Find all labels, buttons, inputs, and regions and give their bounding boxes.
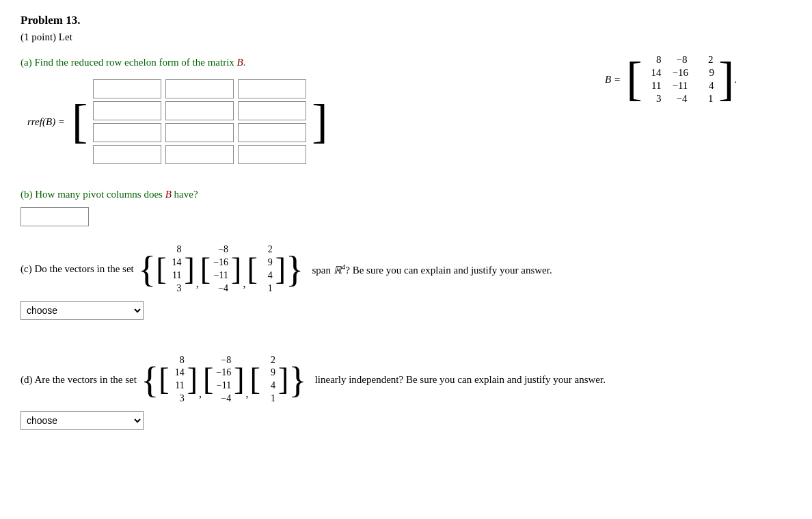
rref-input-2-3[interactable]: [238, 101, 306, 120]
comma-2: ,: [243, 278, 245, 295]
cell-2-3: 9: [699, 67, 714, 79]
part-d-choose-select[interactable]: choose Yes No: [21, 411, 144, 430]
problem-title: Problem 13.: [21, 14, 791, 27]
part-d-row: (d) Are the vectors in the set { [ 8 14 …: [21, 354, 791, 406]
part-b-var: B: [165, 189, 172, 200]
part-c-choose-select[interactable]: choose Yes No: [21, 301, 144, 320]
part-c-vector-3: [ 2 9 4 1 ]: [247, 243, 286, 295]
rref-input-4-3[interactable]: [238, 145, 306, 164]
rref-input-4-2[interactable]: [165, 145, 234, 164]
dv3-right-bracket: ]: [278, 364, 288, 395]
matrix-b-row-1: 8 −8 2: [646, 54, 714, 66]
part-d-label-prefix: (d) Are the vectors in the set: [21, 374, 137, 386]
matrix-b-bracket: [ 8 −8 2 14 −16 9 11 −11 4 3: [626, 51, 734, 107]
matrix-b-label: B =: [605, 74, 621, 85]
part-c-label-prefix: (c) Do the vectors in the set: [21, 263, 134, 275]
dv2-cell-3: −11: [216, 380, 231, 392]
dv1-cell-4: 3: [172, 392, 185, 405]
rref-input-2-1[interactable]: [93, 101, 161, 120]
rref-row-3: [93, 123, 306, 142]
v3-cell-4: 1: [260, 282, 273, 295]
dv3-left-bracket: [: [250, 364, 260, 395]
cell-3-3: 4: [699, 80, 714, 92]
part-c-vector-2: [ −8 −16 −11 −4 ]: [200, 243, 242, 295]
pivot-count-input[interactable]: [21, 207, 89, 226]
v1-cells: 8 14 11 3: [167, 243, 185, 295]
v3-cell-3: 4: [260, 269, 273, 282]
matrix-b-display: B = [ 8 −8 2 14 −16 9 11 −11 4: [605, 51, 737, 107]
cell-2-2: −16: [672, 67, 688, 79]
v2-cell-4: −4: [213, 282, 228, 295]
v3-right-bracket: ]: [275, 254, 286, 285]
v2-right-bracket: ]: [231, 254, 241, 285]
rref-input-1-3[interactable]: [238, 79, 306, 98]
part-d-section: (d) Are the vectors in the set { [ 8 14 …: [21, 354, 791, 451]
v1-cell-1: 8: [170, 243, 182, 256]
rref-row-4: [93, 145, 306, 164]
v2-cells: −8 −16 −11 −4: [211, 243, 231, 295]
rref-input-3-2[interactable]: [165, 123, 234, 142]
part-c-row: (c) Do the vectors in the set { [ 8 14 1…: [21, 243, 791, 295]
rref-input-4-1[interactable]: [93, 145, 161, 164]
matrix-b-rows: 8 −8 2 14 −16 9 11 −11 4 3 −4 1: [642, 51, 718, 107]
cell-4-1: 3: [646, 93, 661, 105]
cell-4-2: −4: [672, 93, 687, 105]
d-comma-2: ,: [246, 388, 249, 405]
v3-cells: 2 9 4 1: [258, 243, 275, 295]
part-c-span-text: span ℝ4? Be sure you can explain and jus…: [312, 263, 552, 276]
part-c-vector-1: [ 8 14 11 3 ]: [156, 243, 195, 295]
cell-3-1: 11: [646, 80, 661, 92]
part-c-section: (c) Do the vectors in the set { [ 8 14 1…: [21, 243, 791, 341]
left-curly-d: {: [141, 361, 159, 399]
matrix-b-row-2: 14 −16 9: [646, 67, 714, 79]
v2-cell-1: −8: [213, 243, 228, 256]
part-d-suffix-text: linearly independent? Be sure you can ex…: [315, 374, 606, 386]
right-curly-d: }: [288, 361, 306, 399]
rref-label: rref(B) =: [27, 116, 65, 128]
rref-input-1-1[interactable]: [93, 79, 161, 98]
part-b-label: (b) How many pivot columns does B have?: [21, 189, 791, 200]
right-curly-c: }: [286, 250, 303, 288]
rref-left-bracket: [: [72, 98, 87, 146]
cell-4-3: 1: [698, 93, 713, 105]
dv2-cell-4: −4: [216, 392, 231, 405]
v2-cell-2: −16: [213, 256, 228, 269]
matrix-b-row-3: 11 −11 4: [646, 80, 714, 92]
problem-intro: (1 point) Let: [21, 31, 791, 43]
v1-left-bracket: [: [156, 254, 166, 285]
part-a-var: B: [237, 57, 243, 68]
v1-cell-3: 11: [170, 269, 182, 282]
rref-input-2-2[interactable]: [165, 101, 234, 120]
cell-3-2: −11: [672, 80, 688, 92]
cell-2-1: 14: [646, 67, 661, 79]
dv3-cell-3: 4: [263, 380, 275, 392]
rref-row-2: [93, 101, 306, 120]
dv3-cell-4: 1: [263, 392, 275, 405]
dv2-cell-2: −16: [216, 367, 231, 380]
dv3-cell-1: 2: [263, 354, 275, 367]
rref-right-bracket: ]: [312, 98, 327, 146]
rref-input-3-3[interactable]: [238, 123, 306, 142]
left-curly-c: {: [138, 250, 156, 288]
dv1-right-bracket: ]: [187, 364, 198, 395]
rref-input-rows: [87, 75, 312, 168]
dv1-cell-2: 14: [172, 367, 185, 380]
v1-right-bracket: ]: [185, 254, 195, 285]
rref-matrix: [: [72, 75, 328, 168]
part-d-vector-2: [ −8 −16 −11 −4 ]: [203, 354, 245, 406]
v2-cell-3: −11: [213, 269, 228, 282]
cell-1-1: 8: [646, 54, 661, 66]
d-comma-1: ,: [199, 388, 202, 405]
rref-row-1: [93, 79, 306, 98]
cell-1-3: 2: [698, 54, 713, 66]
v2-left-bracket: [: [200, 254, 211, 285]
part-c-vectors: { [ 8 14 11 3 ] , [ −8: [138, 243, 304, 295]
rref-input-3-1[interactable]: [93, 123, 161, 142]
dv1-left-bracket: [: [159, 364, 169, 395]
r4-label-c: ℝ4: [334, 265, 346, 276]
dv1-cell-3: 11: [172, 380, 185, 392]
dv1-cells: 8 14 11 3: [170, 354, 187, 406]
rref-input-1-2[interactable]: [165, 79, 234, 98]
cell-1-2: −8: [672, 54, 687, 66]
dv2-left-bracket: [: [203, 364, 213, 395]
